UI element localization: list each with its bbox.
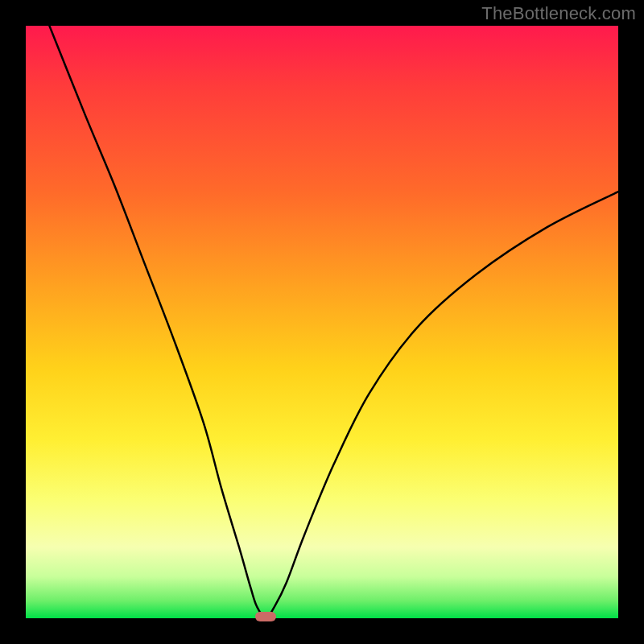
curve-path xyxy=(49,26,618,618)
chart-frame: TheBottleneck.com xyxy=(0,0,644,644)
min-marker xyxy=(255,612,276,621)
bottleneck-curve xyxy=(26,26,618,618)
plot-area xyxy=(26,26,618,618)
watermark-text: TheBottleneck.com xyxy=(481,3,636,24)
